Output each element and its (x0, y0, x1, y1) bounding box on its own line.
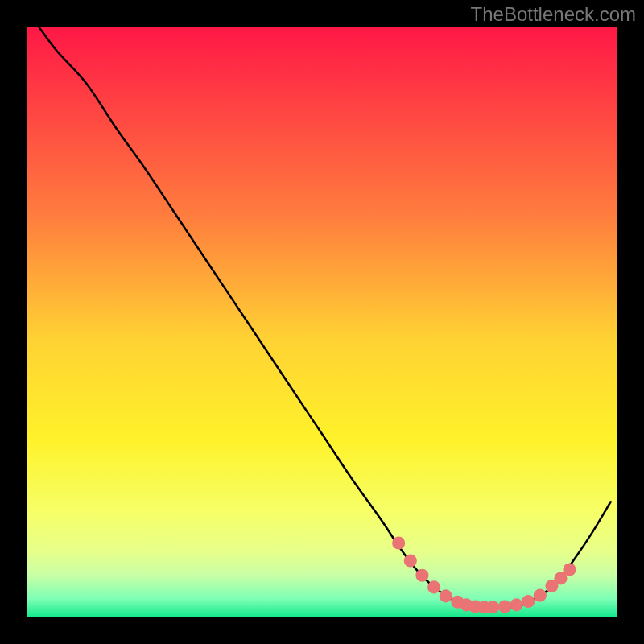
marker-dot (486, 601, 499, 613)
gradient-background (27, 27, 617, 617)
marker-dot (440, 589, 452, 602)
marker-dot (522, 595, 535, 608)
marker-dot (404, 554, 417, 567)
plot-svg (27, 27, 617, 617)
watermark-text: TheBottleneck.com (471, 3, 636, 26)
marker-dot (498, 601, 511, 613)
marker-dot (563, 563, 576, 576)
marker-dot (534, 589, 547, 602)
marker-dot (415, 569, 428, 582)
plot-area (27, 27, 617, 617)
marker-dot (392, 536, 405, 549)
marker-dot (510, 598, 523, 611)
marker-dot (427, 580, 440, 593)
chart-frame: TheBottleneck.com (0, 0, 644, 644)
